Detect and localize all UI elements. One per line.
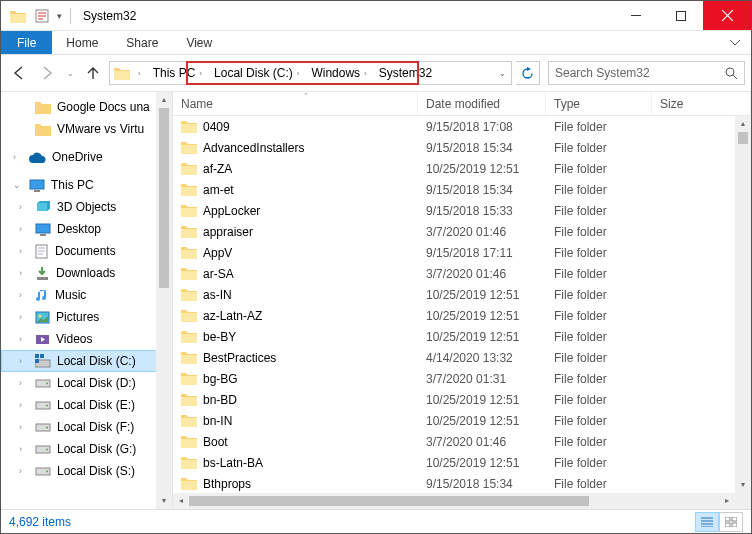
navbar: ⌄ › This PC› Local Disk (C:)› Windows› S… [1, 55, 751, 91]
col-date-header[interactable]: Date modified [418, 92, 546, 115]
tree-drive[interactable]: ›Local Disk (D:) [1, 372, 172, 394]
sort-indicator-icon: ⌃ [303, 92, 309, 100]
col-type-header[interactable]: Type [546, 92, 652, 115]
svg-rect-1 [631, 15, 641, 16]
crumb-drive[interactable]: Local Disk (C:) [214, 66, 293, 80]
tree-drive[interactable]: ›Local Disk (E:) [1, 394, 172, 416]
minimize-button[interactable] [613, 1, 658, 30]
svg-rect-5 [34, 190, 40, 192]
file-row[interactable]: BestPractices4/14/2020 13:32File folder [173, 347, 751, 368]
files-vscrollbar[interactable]: ▴▾ [735, 116, 751, 493]
file-row[interactable]: ar-SA3/7/2020 01:46File folder [173, 263, 751, 284]
svg-point-3 [726, 68, 734, 76]
refresh-button[interactable] [516, 61, 540, 85]
svg-rect-30 [725, 523, 730, 527]
chevron-right-icon[interactable]: › [134, 69, 145, 78]
tree-item[interactable]: ›Pictures [1, 306, 172, 328]
tree-drive[interactable]: ›Local Disk (C:) [1, 350, 172, 372]
file-row[interactable]: as-IN10/25/2019 12:51File folder [173, 284, 751, 305]
tree-item[interactable]: ›Videos [1, 328, 172, 350]
crumb-windows[interactable]: Windows [311, 66, 360, 80]
svg-rect-10 [37, 277, 48, 280]
svg-rect-7 [36, 224, 50, 233]
file-row[interactable]: be-BY10/25/2019 12:51File folder [173, 326, 751, 347]
files-hscrollbar[interactable]: ◂▸ [173, 493, 735, 509]
tree-item[interactable]: ›Music [1, 284, 172, 306]
crumb-system32[interactable]: System32 [379, 66, 432, 80]
file-row[interactable]: az-Latn-AZ10/25/2019 12:51File folder [173, 305, 751, 326]
file-list: ⌃ Name Date modified Type Size 04099/15/… [173, 92, 751, 509]
svg-rect-16 [40, 354, 44, 358]
tree-item[interactable]: ›Downloads [1, 262, 172, 284]
nav-tree: Google Docs una VMware vs Virtu ›OneDriv… [1, 92, 173, 509]
tree-drive[interactable]: ›Local Disk (S:) [1, 460, 172, 482]
forward-button[interactable] [35, 61, 59, 85]
tab-view[interactable]: View [172, 31, 226, 54]
tree-thispc[interactable]: ⌄This PC [1, 174, 172, 196]
svg-rect-29 [732, 517, 737, 521]
item-count: 4,692 items [9, 515, 71, 529]
search-icon[interactable] [725, 67, 738, 80]
file-row[interactable]: 04099/15/2018 17:08File folder [173, 116, 751, 137]
qat-dropdown-icon[interactable]: ▾ [57, 11, 62, 21]
file-row[interactable]: am-et9/15/2018 15:34File folder [173, 179, 751, 200]
file-row[interactable]: AppLocker9/15/2018 15:33File folder [173, 200, 751, 221]
file-row[interactable]: bs-Latn-BA10/25/2019 12:51File folder [173, 452, 751, 473]
svg-point-23 [46, 426, 48, 428]
expand-ribbon-icon[interactable] [719, 31, 751, 54]
address-dropdown-icon[interactable]: ⌄ [493, 69, 511, 78]
file-row[interactable]: bg-BG3/7/2020 01:31File folder [173, 368, 751, 389]
up-button[interactable] [81, 61, 105, 85]
tab-home[interactable]: Home [52, 31, 112, 54]
main-split: Google Docs una VMware vs Virtu ›OneDriv… [1, 91, 751, 509]
qat-properties-icon[interactable] [31, 5, 53, 27]
file-row[interactable]: af-ZA10/25/2019 12:51File folder [173, 158, 751, 179]
col-name-header[interactable]: Name [173, 92, 418, 115]
file-tab[interactable]: File [1, 31, 52, 54]
status-bar: 4,692 items [1, 509, 751, 533]
col-size-header[interactable]: Size [652, 92, 751, 115]
svg-point-27 [46, 470, 48, 472]
search-input[interactable]: Search System32 [548, 61, 745, 85]
chevron-right-icon[interactable]: › [293, 69, 304, 78]
file-row[interactable]: appraiser3/7/2020 01:46File folder [173, 221, 751, 242]
tree-scrollbar[interactable]: ▴▾ [156, 92, 172, 509]
crumb-thispc[interactable]: This PC [153, 66, 196, 80]
tree-onedrive[interactable]: ›OneDrive [1, 146, 172, 168]
view-details-button[interactable] [695, 512, 719, 532]
file-row[interactable]: bn-IN10/25/2019 12:51File folder [173, 410, 751, 431]
svg-rect-31 [732, 523, 737, 527]
file-row[interactable]: AdvancedInstallers9/15/2018 15:34File fo… [173, 137, 751, 158]
tree-item[interactable]: ›3D Objects [1, 196, 172, 218]
chevron-right-icon[interactable]: › [360, 69, 371, 78]
close-button[interactable] [703, 1, 751, 30]
svg-point-12 [39, 314, 42, 317]
titlebar: ▾ System32 [1, 1, 751, 31]
svg-point-21 [46, 404, 48, 406]
svg-rect-6 [37, 203, 47, 211]
address-bar[interactable]: › This PC› Local Disk (C:)› Windows› Sys… [109, 61, 512, 85]
app-icon [7, 5, 29, 27]
file-row[interactable]: Boot3/7/2020 01:46File folder [173, 431, 751, 452]
back-button[interactable] [7, 61, 31, 85]
search-placeholder: Search System32 [555, 66, 650, 80]
svg-rect-4 [30, 180, 44, 189]
tree-item[interactable]: Google Docs una [1, 96, 172, 118]
columns-header: ⌃ Name Date modified Type Size [173, 92, 751, 116]
tree-item[interactable]: ›Desktop [1, 218, 172, 240]
tree-drive[interactable]: ›Local Disk (F:) [1, 416, 172, 438]
file-row[interactable]: Bthprops9/15/2018 15:34File folder [173, 473, 751, 494]
tree-drive[interactable]: ›Local Disk (G:) [1, 438, 172, 460]
tree-item[interactable]: ›Documents [1, 240, 172, 262]
maximize-button[interactable] [658, 1, 703, 30]
chevron-right-icon[interactable]: › [195, 69, 206, 78]
svg-rect-8 [40, 234, 46, 236]
tree-item[interactable]: VMware vs Virtu [1, 118, 172, 140]
file-row[interactable]: AppV9/15/2018 17:11File folder [173, 242, 751, 263]
svg-rect-28 [725, 517, 730, 521]
svg-rect-15 [35, 354, 39, 358]
recent-dropdown-icon[interactable]: ⌄ [63, 61, 77, 85]
file-row[interactable]: bn-BD10/25/2019 12:51File folder [173, 389, 751, 410]
view-icons-button[interactable] [719, 512, 743, 532]
tab-share[interactable]: Share [112, 31, 172, 54]
